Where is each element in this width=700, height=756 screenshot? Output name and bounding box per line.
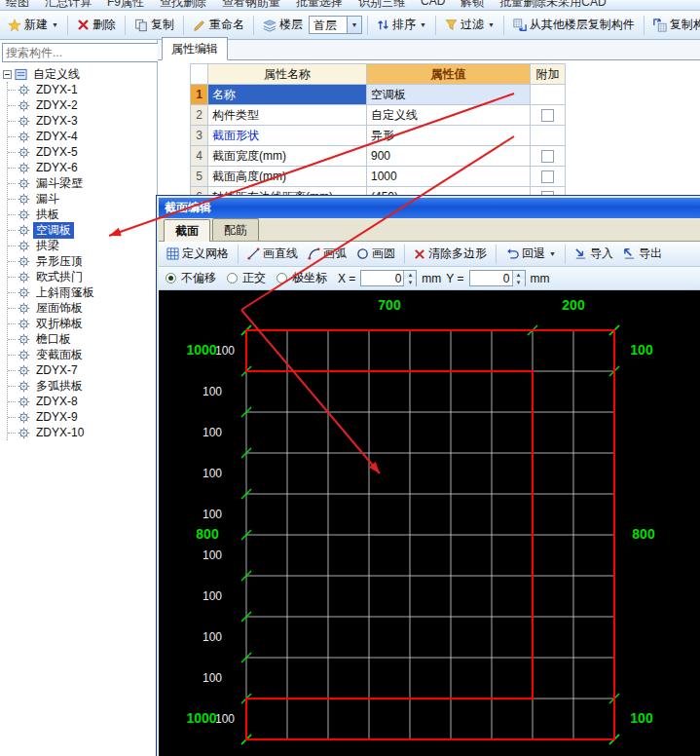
new-button[interactable]: 新建 ▼ (4, 15, 62, 35)
clipped-toolbar-item[interactable]: CAD (421, 0, 445, 11)
tree-item[interactable]: 空调板 (8, 222, 157, 238)
tree-item-label: 变截面板 (33, 347, 86, 363)
tree-item-label: ZDYX-9 (33, 410, 81, 424)
toolbar-separator (644, 16, 645, 35)
stepper-arrows-icon[interactable]: ▲▼ (403, 271, 416, 285)
extra-checkbox[interactable] (541, 109, 554, 122)
export-arrow-icon (623, 247, 636, 260)
tree-item[interactable]: 漏斗梁壁 (8, 175, 157, 191)
radio-polar[interactable] (276, 273, 287, 284)
dimension-label: 100 (630, 342, 653, 358)
clipped-toolbar-item[interactable]: 解锁 (461, 0, 484, 11)
copy-from-floor-button[interactable]: 从其他楼层复制构件 (509, 15, 639, 35)
tab-property-editor[interactable]: 属性编辑 (162, 37, 228, 60)
undo-button[interactable]: 回退 ▼ (501, 244, 560, 264)
tree-item[interactable]: 多弧拱板 (8, 378, 157, 394)
import-arrow-icon (574, 247, 587, 260)
stepper-arrows-icon[interactable]: ▲▼ (512, 271, 525, 285)
tree-item[interactable]: 双折梯板 (8, 316, 157, 331)
tree-item[interactable]: 檐口板 (8, 331, 157, 347)
component-icon (18, 318, 30, 330)
clipped-toolbar-item[interactable]: 批量选择 (296, 0, 343, 11)
export-button[interactable]: 导出 (619, 244, 666, 264)
draw-circle-button[interactable]: 画圆 (352, 244, 399, 264)
draw-line-button[interactable]: 画直线 (243, 244, 302, 264)
sort-button[interactable]: 排序 ▼ (373, 15, 430, 35)
define-grid-button[interactable]: 定义网格 (163, 244, 233, 264)
property-row: 1名称空调板 (191, 85, 566, 105)
property-value[interactable]: 空调板 (367, 85, 531, 105)
tree-item[interactable]: ZDYX-9 (8, 409, 157, 425)
tree-item[interactable]: 漏斗 (8, 191, 157, 207)
property-name[interactable]: 截面形状 (208, 126, 367, 146)
tree-root[interactable]: 自定义线 (0, 66, 157, 82)
property-name[interactable]: 截面高度(mm) (208, 167, 367, 187)
tree-item[interactable]: ZDYX-4 (8, 129, 157, 144)
tree-item[interactable]: ZDYX-1 (8, 82, 157, 97)
clipped-toolbar-item[interactable]: 查找删除 (160, 0, 206, 11)
tree-item[interactable]: ZDYX-5 (8, 144, 157, 160)
x-unit-label: mm (422, 272, 441, 285)
toolbar-separator (565, 245, 566, 264)
property-value[interactable]: 900 (367, 146, 531, 167)
floor-select[interactable]: 首层 ▼ (309, 16, 362, 34)
radio-orthogonal[interactable] (227, 273, 238, 284)
tree-item[interactable]: 变截面板 (8, 347, 157, 362)
tree-item[interactable]: 拱梁 (8, 238, 157, 253)
tree-item[interactable]: 拱板 (8, 207, 157, 222)
collapse-icon[interactable] (3, 70, 12, 79)
x-coordinate-stepper[interactable]: 0 ▲▼ (360, 270, 417, 286)
tree-item[interactable]: 屋面饰板 (8, 300, 157, 316)
clear-polygon-button[interactable]: 清除多边形 (410, 244, 491, 264)
chevron-down-icon[interactable]: ▼ (347, 17, 361, 33)
tree-item[interactable]: ZDYX-3 (8, 113, 157, 129)
tree-item[interactable]: ZDYX-2 (8, 97, 157, 113)
filter-button[interactable]: 过滤 ▼ (441, 15, 498, 35)
dialog-title: 截面编辑 (165, 201, 211, 214)
tree-root-label: 自定义线 (30, 66, 83, 83)
clipped-toolbar-item[interactable]: 查看钢筋量 (222, 0, 280, 11)
component-icon (18, 255, 30, 268)
property-name[interactable]: 截面宽度(mm) (208, 146, 367, 167)
import-button[interactable]: 导入 (571, 244, 617, 264)
property-name[interactable]: 名称 (208, 85, 367, 105)
extra-checkbox[interactable] (541, 150, 554, 163)
delete-button[interactable]: 删除 (73, 15, 120, 35)
tree-item[interactable]: ZDYX-10 (8, 425, 157, 440)
tree-item[interactable]: 欧式拱门 (8, 269, 157, 284)
tree-item[interactable]: 上斜雨篷板 (8, 284, 157, 300)
dialog-titlebar[interactable]: 截面编辑 (159, 198, 700, 218)
tree-item[interactable]: ZDYX-8 (8, 394, 157, 409)
clipped-toolbar-item[interactable]: F9属性 (107, 0, 144, 11)
component-icon (18, 271, 30, 284)
copy-to-floor-button[interactable]: 复制构件到其他楼层 (649, 15, 700, 35)
tab-section[interactable]: 截面 (164, 219, 210, 242)
section-canvas[interactable]: 7002001000800100010080010010010010010010… (159, 290, 700, 756)
clipped-toolbar-item[interactable]: 汇总计算 (45, 0, 92, 11)
radio-no-offset[interactable] (166, 273, 176, 284)
property-name[interactable]: 构件类型 (208, 105, 367, 126)
clipped-toolbar-item[interactable]: 识别三维 (358, 0, 405, 11)
tree-item[interactable]: ZDYX-7 (8, 362, 157, 378)
property-tabbar: 属性编辑 (158, 40, 700, 60)
y-coordinate-stepper[interactable]: 0 ▲▼ (469, 270, 526, 286)
component-icon (18, 380, 30, 393)
draw-arc-button[interactable]: 画弧 (304, 244, 350, 264)
rename-button[interactable]: 重命名 (189, 15, 248, 35)
clipped-toolbar-item[interactable]: 绘图 (6, 0, 29, 11)
search-input[interactable] (2, 43, 161, 62)
clipped-toolbar-row: 绘图汇总计算F9属性查找删除查看钢筋量批量选择识别三维CAD解锁批量删除未采用C… (0, 0, 700, 11)
tree-item[interactable]: ZDYX-6 (8, 160, 157, 175)
tab-reinforcement[interactable]: 配筋 (212, 218, 259, 241)
property-value[interactable]: 1000 (367, 167, 531, 187)
component-icon (18, 131, 30, 143)
extra-checkbox[interactable] (541, 170, 554, 183)
property-value[interactable]: 异形 (367, 126, 531, 146)
radio-no-offset-label: 不偏移 (181, 270, 216, 286)
floor-button[interactable]: 楼层 (259, 15, 307, 35)
clipped-toolbar-item[interactable]: 批量删除未采用CAD (499, 0, 606, 11)
copy-button[interactable]: 复制 (130, 15, 178, 35)
tree-item[interactable]: 异形压顶 (8, 253, 157, 269)
property-value[interactable]: 自定义线 (367, 105, 531, 126)
dimension-label: 1000 (186, 342, 216, 358)
